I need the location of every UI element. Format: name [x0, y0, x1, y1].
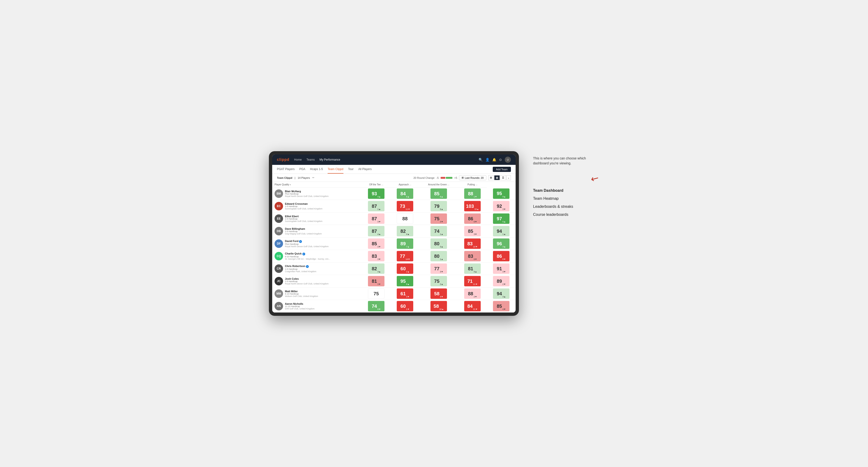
score-change: 4▲: [406, 233, 409, 236]
players-count: 14 Players: [298, 177, 310, 179]
score-cell: 874▲: [362, 225, 391, 238]
last-rounds-button[interactable]: ⊞ Last Rounds: 20: [459, 175, 486, 180]
score-change: 6▲: [406, 195, 409, 198]
menu-item-course-leaderboards[interactable]: Course leaderboards: [533, 213, 599, 217]
score-change: 8▲: [406, 283, 409, 285]
score-value: 82: [401, 228, 406, 234]
bar-green: [446, 177, 453, 179]
score-change: 3▼: [440, 220, 443, 223]
last-rounds-label: Last Rounds: 20: [465, 177, 484, 179]
player-avatar: EE: [275, 214, 283, 223]
person-icon[interactable]: 👤: [486, 158, 489, 161]
subnav-all-players[interactable]: All Players: [358, 165, 372, 174]
player-cell[interactable]: EEElliot Ebert1-5 HandicapSunningdale Go…: [272, 213, 362, 225]
nav-teams[interactable]: Teams: [306, 157, 315, 162]
score-cell: 88: [391, 213, 420, 225]
score-value: 87: [372, 216, 377, 221]
score-value: 83: [468, 253, 473, 259]
player-avatar: EC: [275, 202, 283, 210]
verified-badge: [302, 253, 305, 255]
search-icon[interactable]: 🔍: [478, 158, 483, 161]
score-cell: 854▼: [487, 300, 516, 312]
score-cell: 5810▲: [420, 300, 458, 312]
score-cell: 814▲: [458, 262, 487, 275]
score-cell: 799▲: [420, 200, 458, 213]
sub-navigation: PGAT Players PGA Hcaps 1-5 Team Clippd T…: [272, 165, 516, 174]
score-cell: 873▼: [362, 213, 391, 225]
score-value: 89: [401, 241, 406, 247]
tablet-screen: clippd Home Teams My Performance 🔍 👤 🔔 ⊙…: [272, 154, 516, 312]
score-change: 11▼: [473, 283, 478, 285]
score-cell: 868▼: [487, 250, 516, 262]
score-cell: 963▲: [487, 238, 516, 250]
col-around-green: Around the Green —: [420, 182, 458, 187]
grid-view-button[interactable]: ⊞: [488, 175, 494, 180]
player-cell[interactable]: DFDavid FordPlus HandicapRoyal North Dev…: [272, 238, 362, 250]
score-value: 86: [468, 216, 473, 221]
score-change: 2▲: [406, 271, 409, 273]
score-change: 8▲: [440, 195, 443, 198]
bar-red: [441, 177, 445, 179]
score-change: 3▼: [474, 233, 477, 236]
player-cell[interactable]: ANAaron Nicholls11-15 HandicapDrift Golf…: [272, 300, 362, 312]
score-value: 77: [400, 253, 405, 259]
nav-home[interactable]: Home: [294, 157, 302, 162]
score-change: 8▼: [377, 308, 381, 310]
verified-badge: [299, 240, 302, 243]
score-change: 9▲: [440, 208, 443, 210]
score-value: 58: [434, 304, 439, 309]
team-name: Team Clippd: [277, 177, 292, 179]
subnav-pgat-players[interactable]: PGAT Players: [277, 165, 294, 174]
subnav-pga[interactable]: PGA: [299, 165, 305, 174]
view-toggle-icons: ⊞ ▦ ☰ ↓: [488, 175, 511, 180]
score-value: 84: [467, 304, 472, 309]
settings-icon[interactable]: ⊙: [499, 158, 502, 161]
player-cell[interactable]: CQCharlie Quick6-10 HandicapSt. George's…: [272, 250, 362, 262]
score-value: 85: [372, 241, 377, 247]
separator: |: [294, 177, 295, 179]
player-cell[interactable]: JCJosh Coles1-5 HandicapRoyal North Devo…: [272, 275, 362, 287]
score-change: 6▼: [474, 220, 477, 223]
col-putting: Putting —: [458, 182, 487, 187]
score-cell: 803▲: [420, 238, 458, 250]
round-change-label: 20 Round Change: [413, 177, 434, 179]
score-change: 3▼: [502, 271, 506, 273]
score-change: 8▼: [502, 258, 506, 260]
score-change: 2▼: [502, 283, 506, 285]
add-team-button[interactable]: Add Team: [493, 167, 511, 172]
subnav-team-clippd[interactable]: Team Clippd: [328, 165, 343, 174]
score-change: 7▲: [406, 246, 409, 248]
table-row: BMBlair McHargPlus HandicapRoyal North D…: [272, 187, 516, 200]
menu-item-leaderboards[interactable]: Leaderboards & streaks: [533, 205, 599, 209]
menu-item-team-dashboard[interactable]: Team Dashboard: [533, 188, 599, 193]
last-rounds-icon: ⊞: [462, 176, 464, 179]
player-cell[interactable]: ECEdward Crossman1-5 HandicapSunningdale…: [272, 200, 362, 213]
menu-item-team-heatmap[interactable]: Team Heatmap: [533, 196, 599, 201]
download-button[interactable]: ↓: [506, 175, 511, 180]
score-cell: 613▼: [391, 287, 420, 300]
player-cell[interactable]: CRChris Robertson1-5 HandicapCraigmillar…: [272, 262, 362, 275]
score-change: 10▲: [439, 308, 444, 310]
subnav-tour[interactable]: Tour: [348, 165, 353, 174]
player-cell[interactable]: BMBlair McHargPlus HandicapRoyal North D…: [272, 187, 362, 200]
player-cell[interactable]: MMMatt Miller6-10 HandicapWoburn Golf Cl…: [272, 287, 362, 300]
player-cell[interactable]: DBDave Billingham1-5 HandicapGog Magog G…: [272, 225, 362, 238]
edit-icon[interactable]: ✏: [312, 176, 314, 179]
user-avatar[interactable]: U: [505, 157, 511, 163]
table-row: EEElliot Ebert1-5 HandicapSunningdale Go…: [272, 213, 516, 225]
score-cell: 7714▼: [391, 250, 420, 262]
score-value: 97: [497, 216, 502, 221]
score-cell: 881▼: [458, 187, 487, 200]
score-cell: 7111▼: [458, 275, 487, 287]
table-view-button[interactable]: ▦: [494, 175, 500, 180]
score-value: 75: [434, 279, 439, 284]
score-change: 15▲: [474, 208, 479, 210]
score-cell: 923▼: [487, 200, 516, 213]
subnav-hcaps[interactable]: Hcaps 1-5: [310, 165, 323, 174]
list-view-button[interactable]: ☰: [500, 175, 506, 180]
bell-icon[interactable]: 🔔: [492, 158, 496, 161]
score-cell: 866▼: [458, 213, 487, 225]
score-value: 74: [434, 228, 439, 234]
nav-my-performance[interactable]: My Performance: [319, 157, 340, 162]
dashboard-menu: Team DashboardTeam HeatmapLeaderboards &…: [533, 188, 599, 217]
